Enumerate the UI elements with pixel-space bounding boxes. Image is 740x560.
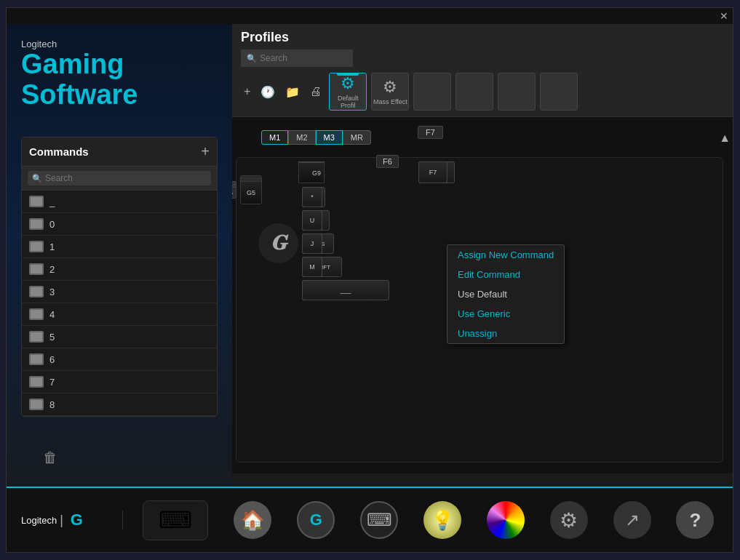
lighting-icon: 💡 [423,501,461,539]
command-label: _ [49,196,55,207]
profile-default[interactable]: ⚙ Default Profil [329,73,367,111]
context-edit-command[interactable]: Edit Command [447,265,564,284]
command-icon [29,353,44,365]
footer-macro[interactable]: ⌨ [353,497,405,543]
sidebar-header: Logitech Gaming Software [7,24,232,118]
profiles-search-area: 🔍 [241,49,353,67]
gkey-g9[interactable]: G9 [298,161,325,183]
list-item[interactable]: 1 [22,236,217,258]
command-icon [29,218,44,230]
list-item[interactable]: 3 [22,281,217,303]
command-label: 1 [49,241,55,252]
profile-empty-4[interactable] [540,73,578,111]
history-button[interactable]: 🕐 [258,84,278,100]
g-key-icon: G [297,501,335,539]
mode-tabs: M1 M2 M3 MR [261,130,371,145]
command-label: 5 [49,332,55,343]
commands-list: _ 0 1 2 3 [22,191,217,416]
command-label: 3 [49,287,55,297]
search-icon: 🔍 [247,54,257,63]
key-u[interactable]: U [302,210,322,231]
footer-settings[interactable]: ⚙ [543,497,595,543]
profile-mass-effect[interactable]: ⚙ Mass Effect [371,73,409,111]
profile-name: Mass Effect [373,98,407,105]
footer-g-icon: G [71,511,83,529]
help-icon: ? [676,501,714,539]
context-unassign[interactable]: Unassign [447,324,564,343]
list-item[interactable]: 6 [22,348,217,371]
command-icon [29,331,44,343]
gear-icon: ⚙ [383,78,397,97]
tab-m3[interactable]: M3 [316,130,343,145]
f6-label: F6 [376,155,399,168]
command-label: 4 [49,309,55,320]
commands-search-input[interactable] [45,173,207,183]
profiles-bar: Profiles 🔍 + 🕐 📁 🖨 ⚙ Default [232,24,733,117]
home-icon: 🏠 [234,501,271,539]
context-use-default[interactable]: Use Default [447,284,564,304]
add-command-button[interactable]: + [201,143,210,160]
context-use-generic[interactable]: Use Generic [447,304,564,324]
commands-search-area: 🔍 [22,167,217,191]
active-indicator [337,73,359,76]
gkey-g5[interactable]: G5 [240,181,262,204]
list-item[interactable]: _ [22,191,217,213]
tab-m1[interactable]: M1 [261,130,288,145]
tab-mr[interactable]: MR [343,130,371,145]
profile-empty-2[interactable] [455,73,493,111]
key-j[interactable]: J [302,233,322,254]
logo-small: Logitech [21,39,218,49]
command-label: 6 [49,354,55,365]
footer-gkey[interactable]: G [290,497,342,543]
profile-empty-1[interactable] [413,73,451,111]
key-9[interactable]: * [302,187,322,207]
gear-icon: ⚙ [341,74,355,93]
commands-title: Commands [29,145,89,158]
logo-large: Gaming Software [21,49,218,111]
profile-name: Default Profil [330,95,366,109]
print-button[interactable]: 🖨 [307,84,325,100]
footer-logo: Logitech | G [7,511,123,529]
close-button[interactable]: ✕ [720,10,728,22]
delete-icon[interactable]: 🗑 [43,449,57,466]
command-icon [29,286,44,297]
list-item[interactable]: 8 [22,393,217,416]
sidebar: Logitech Gaming Software Commands + 🔍 _ [7,24,232,553]
footer-share[interactable]: ↗ [606,497,659,543]
list-item[interactable]: 0 [22,213,217,236]
command-label: 2 [49,264,55,275]
footer-arx[interactable] [480,497,532,543]
list-item[interactable]: 4 [22,303,217,326]
list-item[interactable]: 2 [22,258,217,281]
add-profile-button[interactable]: + [241,84,253,100]
key-space[interactable]: ___ [302,280,389,300]
scroll-up-arrow[interactable]: ▲ [719,132,731,145]
footer-lighting[interactable]: 💡 [416,497,469,543]
command-icon [29,308,44,320]
commands-header: Commands + [22,137,217,167]
keyboard-area: ▲ M1 M2 M3 MR F7 F6 𝐆 G6 G7 G8 [232,117,733,473]
profiles-row: + 🕐 📁 🖨 ⚙ Default Profil ⚙ Mass Effect [241,73,725,111]
key-m[interactable]: M [302,257,322,277]
command-label: 7 [49,377,55,388]
context-assign-new-command[interactable]: Assign New Command [447,245,564,265]
main-window: ✕ Logitech Gaming Software Commands + 🔍 [6,7,733,553]
search-icon: 🔍 [32,174,42,183]
main-content: Profiles 🔍 + 🕐 📁 🖨 ⚙ Default [232,24,733,497]
profiles-search-input[interactable] [260,53,347,63]
list-item[interactable]: 7 [22,371,217,393]
context-menu: Assign New Command Edit Command Use Defa… [447,244,565,344]
footer-icons: ⌨ 🏠 G ⌨ 💡 ⚙ [123,497,733,544]
command-icon [29,263,44,275]
footer-keyboard-device[interactable]: ⌨ [135,497,215,544]
key-f7-right[interactable]: F7 [418,161,447,183]
footer-help[interactable]: ? [669,497,721,543]
profile-empty-3[interactable] [498,73,536,111]
command-icon [29,376,44,388]
folder-button[interactable]: 📁 [282,84,303,100]
list-item[interactable]: 5 [22,326,217,348]
tab-m2[interactable]: M2 [288,130,315,145]
commands-panel: Commands + 🔍 _ 0 [21,137,218,417]
footer: Logitech | G ⌨ 🏠 G ⌨ 💡 [7,487,733,552]
footer-home[interactable]: 🏠 [226,497,279,543]
